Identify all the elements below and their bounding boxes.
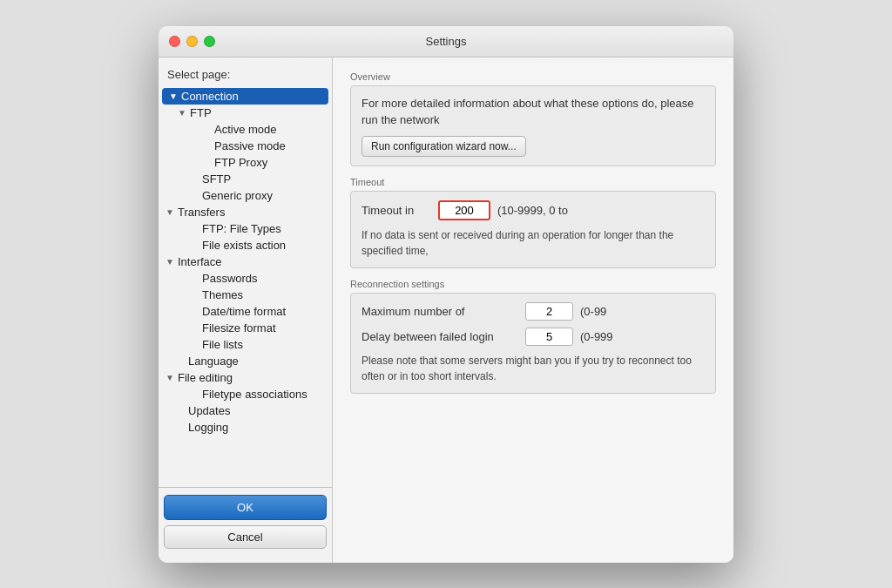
delay-row: Delay between failed login (0-999 <box>362 328 705 346</box>
sidebar-item-interface[interactable]: ▼ Interface <box>159 253 332 270</box>
arrow-icon: ▼ <box>166 257 178 267</box>
sidebar-item-label: Connection <box>181 90 239 103</box>
titlebar: Settings <box>159 26 733 57</box>
sidebar-item-label: Filetype associations <box>202 388 307 401</box>
timeout-row: Timeout in (10-9999, 0 to <box>362 200 705 220</box>
sidebar-item-active-mode[interactable]: Active mode <box>159 121 332 138</box>
timeout-section-label: Timeout <box>350 177 716 187</box>
delay-hint: (0-999 <box>580 330 613 343</box>
sidebar-item-label: FTP <box>190 106 212 119</box>
cancel-button[interactable]: Cancel <box>164 525 327 549</box>
sidebar-item-label: Passwords <box>202 272 258 285</box>
close-button[interactable] <box>169 36 180 47</box>
reconnection-box: Maximum number of (0-99 Delay between fa… <box>350 293 716 394</box>
sidebar-item-themes[interactable]: Themes <box>159 287 332 303</box>
sidebar-item-label: File editing <box>178 371 233 384</box>
ok-button[interactable]: OK <box>164 495 327 520</box>
sidebar-item-file-lists[interactable]: File lists <box>159 336 332 353</box>
reconnect-note: Please note that some servers might ban … <box>362 353 705 384</box>
overview-section-label: Overview <box>350 71 716 82</box>
arrow-icon: ▼ <box>166 373 178 382</box>
sidebar-item-label: Updates <box>188 404 230 417</box>
window-title: Settings <box>426 35 467 48</box>
reconnection-section-label: Reconnection settings <box>350 279 716 289</box>
content-area: Select page: ▼ Connection ▼ FTP Active m… <box>159 57 733 563</box>
sidebar-item-language[interactable]: Language <box>159 353 332 369</box>
sidebar-item-datetime[interactable]: Date/time format <box>159 303 332 320</box>
max-reconnect-label: Maximum number of <box>362 305 518 318</box>
sidebar-item-file-exists[interactable]: File exists action <box>159 237 332 253</box>
sidebar-item-label: FTP: File Types <box>202 222 281 235</box>
sidebar-item-label: SFTP <box>202 172 231 186</box>
sidebar-item-label: FTP Proxy <box>214 156 267 169</box>
timeout-box: Timeout in (10-9999, 0 to If no data is … <box>350 191 716 268</box>
sidebar-item-label: Filesize format <box>202 321 276 335</box>
timeout-label: Timeout in <box>362 204 431 217</box>
arrow-icon: ▼ <box>178 108 190 118</box>
sidebar-item-label: Date/time format <box>202 305 286 318</box>
sidebar-item-label: Language <box>188 355 239 368</box>
max-reconnect-hint: (0-99 <box>580 305 606 318</box>
reconnection-section: Reconnection settings Maximum number of … <box>350 279 716 394</box>
arrow-icon: ▼ <box>166 207 178 217</box>
select-page-label: Select page: <box>159 64 332 88</box>
sidebar-item-ftp[interactable]: ▼ FTP <box>159 105 332 121</box>
wizard-button[interactable]: Run configuration wizard now... <box>362 136 526 157</box>
sidebar-item-passive-mode[interactable]: Passive mode <box>159 138 332 154</box>
traffic-lights <box>169 36 215 47</box>
sidebar-item-label: Interface <box>178 255 222 268</box>
timeout-hint: (10-9999, 0 to <box>497 204 568 217</box>
sidebar-item-connection[interactable]: ▼ Connection <box>162 88 328 105</box>
sidebar-item-logging[interactable]: Logging <box>159 419 332 436</box>
sidebar: Select page: ▼ Connection ▼ FTP Active m… <box>159 57 333 563</box>
arrow-icon: ▼ <box>169 91 181 101</box>
sidebar-item-passwords[interactable]: Passwords <box>159 270 332 287</box>
main-content: Overview For more detailed information a… <box>333 57 733 563</box>
sidebar-item-label: Active mode <box>214 123 277 136</box>
sidebar-item-ftp-proxy[interactable]: FTP Proxy <box>159 154 332 171</box>
sidebar-item-filetype-assoc[interactable]: Filetype associations <box>159 386 332 402</box>
delay-label: Delay between failed login <box>362 330 518 343</box>
max-reconnect-row: Maximum number of (0-99 <box>362 302 705 321</box>
overview-description: For more detailed information about what… <box>362 95 705 129</box>
sidebar-item-file-editing[interactable]: ▼ File editing <box>159 369 332 386</box>
sidebar-item-updates[interactable]: Updates <box>159 402 332 419</box>
minimize-button[interactable] <box>186 36 198 47</box>
timeout-section: Timeout Timeout in (10-9999, 0 to If no … <box>350 177 716 268</box>
overview-box: For more detailed information about what… <box>350 85 716 166</box>
max-reconnect-input[interactable] <box>525 302 573 321</box>
sidebar-item-filesize[interactable]: Filesize format <box>159 320 332 336</box>
sidebar-actions: OK Cancel <box>159 487 332 556</box>
maximize-button[interactable] <box>204 36 215 47</box>
timeout-description: If no data is sent or received during an… <box>362 227 705 259</box>
overview-section: Overview For more detailed information a… <box>350 71 716 166</box>
sidebar-item-sftp[interactable]: SFTP <box>159 171 332 187</box>
sidebar-item-label: Themes <box>202 288 243 301</box>
settings-window: Settings Select page: ▼ Connection ▼ FTP… <box>159 26 733 563</box>
sidebar-item-label: File exists action <box>202 239 286 252</box>
sidebar-item-ftp-file-types[interactable]: FTP: File Types <box>159 220 332 237</box>
sidebar-item-label: File lists <box>202 338 243 351</box>
sidebar-item-label: Generic proxy <box>202 189 273 202</box>
sidebar-item-label: Logging <box>188 421 228 434</box>
sidebar-item-generic-proxy[interactable]: Generic proxy <box>159 187 332 204</box>
sidebar-item-label: Passive mode <box>214 139 286 152</box>
sidebar-item-transfers[interactable]: ▼ Transfers <box>159 204 332 220</box>
delay-input[interactable] <box>525 328 573 346</box>
timeout-input[interactable] <box>438 200 490 220</box>
sidebar-item-label: Transfers <box>178 206 225 219</box>
